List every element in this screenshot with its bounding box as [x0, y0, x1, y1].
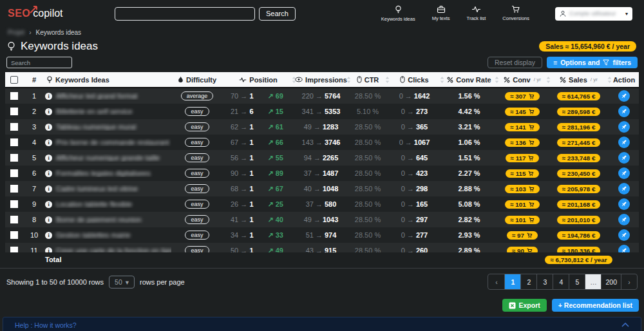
row-checkbox[interactable]	[10, 154, 18, 162]
nav-keywords-ideas[interactable]: Keywords ideas	[381, 5, 415, 22]
info-icon[interactable]: i	[45, 108, 52, 115]
pagination-page-5[interactable]: 5	[569, 274, 585, 289]
keyword-text[interactable]: Tableau numerique mural	[56, 123, 136, 131]
info-icon[interactable]: i	[45, 232, 52, 239]
pin-action-button[interactable]	[618, 121, 630, 133]
pagination-page-1[interactable]: 1	[504, 274, 520, 289]
nav-my-texts[interactable]: My texts	[432, 5, 450, 22]
reset-display-button[interactable]: Reset display	[488, 57, 542, 68]
row-checkbox[interactable]	[10, 169, 18, 177]
row-checkbox[interactable]	[10, 92, 18, 100]
info-icon[interactable]: i	[45, 93, 52, 100]
pagination-ellipsis[interactable]: …	[585, 274, 601, 289]
cart-icon	[529, 202, 535, 207]
pin-action-button[interactable]	[618, 245, 630, 252]
keyword-text[interactable]: Gestion tablettes mairie	[56, 231, 131, 239]
pagination-page-2[interactable]: 2	[520, 274, 536, 289]
pin-action-button[interactable]	[618, 183, 630, 194]
row-number: 11	[23, 247, 45, 252]
row-checkbox[interactable]	[10, 108, 18, 115]
pagination-page-200[interactable]: 200	[601, 274, 621, 289]
header-difficulty[interactable]: Difficulty	[171, 76, 223, 84]
sales-cell: ≈ 194,786 €	[548, 231, 609, 240]
nav-track-list[interactable]: Track list	[467, 5, 486, 22]
info-icon[interactable]: i	[45, 124, 52, 131]
options-filters-button[interactable]: ≡ Options and filters	[547, 57, 638, 68]
sales-badge: ≈ 614,765 €	[557, 92, 601, 100]
percent-icon	[560, 77, 566, 83]
header-conv[interactable]: Conv / yr	[497, 76, 548, 84]
sales-badge: ≈ 230,450 €	[557, 169, 601, 178]
pin-action-button[interactable]	[618, 167, 630, 179]
user-icon	[560, 10, 566, 17]
row-checkbox[interactable]	[10, 185, 18, 193]
conv-rate-cell: 2.88 %	[442, 185, 497, 193]
arrow-right-icon: →	[316, 138, 323, 146]
header-clicks[interactable]: Clicks	[387, 76, 442, 84]
header-num[interactable]: #	[23, 76, 45, 84]
recommendation-list-button[interactable]: + Recommendation list	[552, 299, 639, 312]
keyword-text[interactable]: Location tablette flexible	[56, 200, 132, 208]
pagination-prev[interactable]: ‹	[488, 274, 504, 289]
info-icon[interactable]: i	[45, 139, 52, 146]
row-checkbox[interactable]	[10, 123, 18, 131]
info-icon[interactable]: i	[45, 185, 52, 193]
info-icon[interactable]: i	[45, 201, 52, 208]
rows-per-page-select[interactable]: 50 ▾	[109, 276, 135, 288]
cart-icon	[528, 171, 534, 176]
keyword-text[interactable]: Borne de paiement reunion	[56, 216, 142, 223]
global-search-button[interactable]: Search	[259, 7, 296, 21]
info-icon[interactable]: i	[45, 170, 52, 177]
info-icon[interactable]: i	[45, 155, 52, 162]
pin-action-button[interactable]	[618, 198, 630, 210]
keyword-text[interactable]: Formalites legales digitalisees	[56, 169, 151, 177]
pin-action-button[interactable]	[618, 229, 630, 241]
table-footer: Showing 1 to 50 of 10000 rows 50 ▾ rows …	[0, 269, 644, 294]
select-all-checkbox[interactable]	[10, 76, 18, 84]
impressions-cell: 341 → 5353	[294, 108, 348, 115]
keyword-text[interactable]: Afficheur numerique grande taille	[56, 154, 160, 162]
info-icon[interactable]: i	[45, 247, 52, 253]
info-icon[interactable]: i	[45, 216, 52, 223]
trend-up-icon: ↗	[268, 216, 274, 224]
pin-action-button[interactable]	[618, 90, 630, 102]
global-search-input[interactable]	[115, 7, 255, 21]
export-button[interactable]: Export	[502, 299, 547, 312]
keyword-text[interactable]: Creer une carte de la fonction en ligne …	[56, 247, 171, 252]
pin-action-button[interactable]	[618, 214, 630, 225]
header-position[interactable]: Position	[223, 76, 294, 84]
pagination-page-4[interactable]: 4	[553, 274, 569, 289]
header-sales[interactable]: Sales / yr	[548, 76, 609, 84]
clicks-cell: 0 → 297	[387, 216, 442, 223]
user-name: Compte utilisateur	[569, 10, 622, 17]
arrow-right-icon: →	[314, 185, 321, 193]
keyword-text[interactable]: Afficheur led grand format	[56, 92, 137, 100]
user-menu[interactable]: Compte utilisateur ▾	[555, 7, 632, 21]
keyword-text[interactable]: Billetterie en self service	[56, 108, 133, 115]
table-search-input[interactable]	[6, 57, 72, 68]
row-checkbox[interactable]	[10, 138, 18, 146]
pagination-next[interactable]: ›	[621, 274, 637, 289]
header-conv-rate[interactable]: Conv Rate	[442, 76, 497, 84]
row-checkbox[interactable]	[10, 247, 18, 252]
chevron-up-icon[interactable]	[621, 323, 629, 327]
nav-conversions[interactable]: Conversions	[502, 5, 529, 22]
pagination-page-3[interactable]: 3	[536, 274, 553, 289]
trend-up-icon: ↗	[268, 92, 274, 100]
header-keywords[interactable]: Keywords Ideas	[45, 76, 171, 84]
action-cell	[609, 229, 639, 241]
pin-action-button[interactable]	[618, 106, 630, 117]
row-checkbox[interactable]	[10, 216, 18, 223]
activity-icon	[471, 5, 481, 14]
pin-action-button[interactable]	[618, 152, 630, 164]
keyword-text[interactable]: Cadre lumineux led vitrine	[56, 185, 138, 193]
row-checkbox[interactable]	[10, 200, 18, 208]
header-ctr[interactable]: CTR	[348, 76, 387, 84]
keyword-text[interactable]: Prix borne de commande restaurant	[56, 138, 169, 146]
row-checkbox[interactable]	[10, 231, 18, 239]
breadcrumb-root[interactable]: Projet	[8, 29, 24, 36]
header-impressions[interactable]: Impressions	[294, 76, 348, 84]
pin-action-button[interactable]	[618, 137, 630, 148]
help-link[interactable]: Help : How it works?	[15, 321, 77, 329]
arrow-right-icon: →	[407, 200, 414, 208]
